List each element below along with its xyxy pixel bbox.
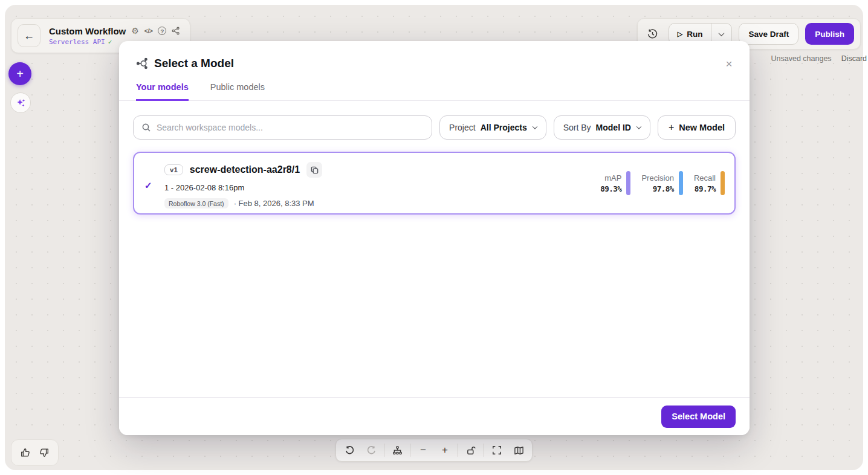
chevron-down-icon <box>636 124 641 129</box>
lock-toggle-button[interactable] <box>460 441 482 459</box>
metric-value: 89.7% <box>695 184 716 193</box>
metric-label: Precision <box>641 173 673 183</box>
thumbs-down-icon[interactable] <box>39 447 50 458</box>
tab-public-models[interactable]: Public models <box>210 82 265 100</box>
toolbar-divider <box>384 444 384 457</box>
map-icon <box>514 445 524 456</box>
deployment-ok-check-icon: ✓ <box>108 38 112 46</box>
metric-map: mAP 89.3% <box>600 171 630 195</box>
minus-icon: − <box>420 444 426 456</box>
modal-title: Select a Model <box>154 57 234 70</box>
model-search-box <box>133 115 432 140</box>
discard-button[interactable]: Discard <box>841 54 867 63</box>
copy-model-id-button[interactable] <box>306 162 322 178</box>
chevron-down-icon <box>719 30 725 36</box>
model-type-badge: Roboflow 3.0 (Fast) <box>164 198 228 208</box>
ai-assistant-button[interactable] <box>10 92 31 113</box>
toolbar-divider <box>410 444 410 457</box>
chevron-down-icon <box>532 124 537 129</box>
model-name: screw-detection-aa2r8/1 <box>190 164 300 175</box>
minimap-button[interactable] <box>508 441 530 459</box>
metric-bar <box>626 171 630 195</box>
project-filter-dropdown[interactable]: Project All Projects <box>439 115 546 140</box>
metric-recall: Recall 89.7% <box>694 171 725 195</box>
redo-icon <box>366 445 377 456</box>
new-model-button[interactable]: + New Model <box>658 115 736 140</box>
workflow-title: Custom Workflow <box>49 26 126 36</box>
tree-layout-icon <box>392 445 403 456</box>
project-filter-value: All Projects <box>481 123 527 132</box>
metric-label: mAP <box>604 173 621 183</box>
metric-value: 89.3% <box>600 184 621 193</box>
sort-by-label: Sort By <box>563 123 591 132</box>
unsaved-status-row: Unsaved changes Discard <box>771 54 867 63</box>
sparkles-icon <box>16 98 26 108</box>
code-icon[interactable]: </> <box>144 27 153 34</box>
copy-icon <box>311 166 319 174</box>
search-input[interactable] <box>157 123 424 132</box>
layout-tree-button[interactable] <box>386 441 408 459</box>
zoom-out-button[interactable]: − <box>412 441 434 459</box>
fullscreen-icon <box>492 445 502 455</box>
metric-precision: Precision 97.8% <box>641 171 682 195</box>
close-icon: × <box>725 57 732 71</box>
undo-button[interactable] <box>338 441 360 459</box>
model-trained-date: · Feb 8, 2026, 8:33 PM <box>234 199 314 208</box>
metric-label: Recall <box>694 173 716 183</box>
metric-bar <box>721 171 725 195</box>
selected-check-icon: ✓ <box>144 180 152 191</box>
back-arrow-icon: ← <box>24 30 34 42</box>
canvas-toolbar: − + <box>335 439 533 462</box>
search-icon <box>141 123 151 132</box>
project-filter-label: Project <box>449 123 476 132</box>
modal-footer: Select Model <box>119 397 750 435</box>
model-card[interactable]: ✓ v1 screw-detection-aa2r8/1 1 - 2026-02… <box>133 152 736 215</box>
modal-close-button[interactable]: × <box>721 56 737 73</box>
publish-button[interactable]: Publish <box>805 23 854 45</box>
deployment-mode-label[interactable]: Serverless API <box>49 38 105 46</box>
history-button[interactable] <box>644 25 662 43</box>
metric-bar <box>679 171 683 195</box>
tab-your-models[interactable]: Your models <box>136 82 189 101</box>
play-icon: ▷ <box>678 30 682 38</box>
help-icon[interactable]: ? <box>158 27 166 35</box>
undo-icon <box>345 445 355 456</box>
toolbar-divider <box>484 444 484 457</box>
redo-button[interactable] <box>360 441 382 459</box>
model-metrics: mAP 89.3% Precision 97.8% Recall 89.7% <box>600 171 725 195</box>
settings-gear-icon[interactable]: ⚙ <box>131 26 139 36</box>
plus-icon: + <box>669 122 674 133</box>
select-model-modal: Select a Model × Your models Public mode… <box>119 41 750 435</box>
plus-icon: + <box>442 444 448 456</box>
select-model-button[interactable]: Select Model <box>661 406 736 428</box>
fit-view-button[interactable] <box>486 441 508 459</box>
unsaved-changes-text: Unsaved changes <box>771 54 832 63</box>
feedback-card <box>11 439 59 466</box>
sort-by-value: Model ID <box>596 123 631 132</box>
zoom-in-button[interactable]: + <box>434 441 456 459</box>
modal-tabs: Your models Public models <box>119 82 750 101</box>
model-graph-icon <box>136 57 148 69</box>
history-icon <box>647 28 658 40</box>
toolbar-divider <box>458 444 458 457</box>
metric-value: 97.8% <box>653 184 674 193</box>
plus-icon: + <box>16 67 24 81</box>
thumbs-up-icon[interactable] <box>20 447 31 458</box>
add-block-button[interactable]: + <box>8 62 31 85</box>
unlock-icon <box>466 445 476 456</box>
back-button[interactable]: ← <box>18 24 40 47</box>
sort-by-dropdown[interactable]: Sort By Model ID <box>554 115 650 140</box>
version-badge: v1 <box>164 164 183 175</box>
share-nodes-icon[interactable] <box>172 27 180 35</box>
